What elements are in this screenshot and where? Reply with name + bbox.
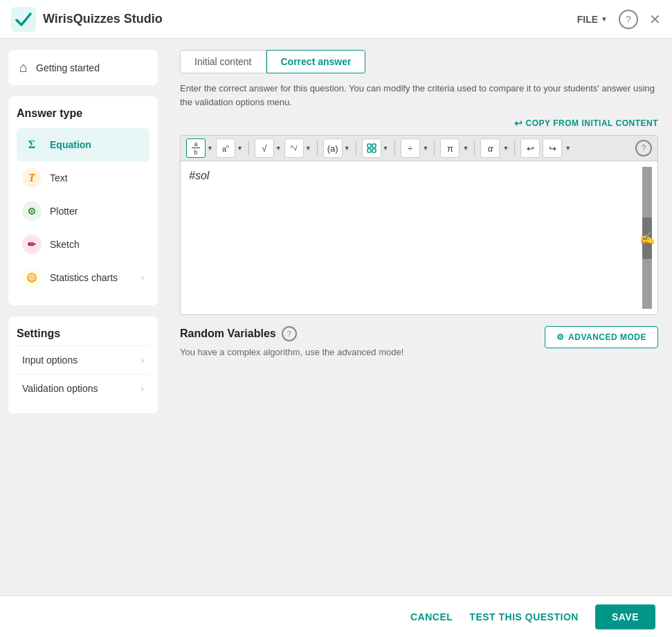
brackets-button[interactable]: (a) (323, 138, 343, 158)
separator-4 (394, 141, 395, 155)
brackets-group: (a) ▼ (323, 138, 350, 158)
pi-button[interactable]: π (440, 138, 460, 158)
settings-section: Settings Input options › Validation opti… (8, 316, 158, 413)
sidebar-item-equation[interactable]: Σ Equation (17, 128, 149, 161)
dropdown-arrow-5[interactable]: ▼ (344, 145, 350, 152)
sidebar-item-statistics-charts[interactable]: Statistics charts › (17, 261, 149, 294)
validation-options-item[interactable]: Validation options › (17, 374, 149, 402)
redo-button[interactable]: ↪ (543, 138, 562, 158)
sidebar-item-text[interactable]: T Text (17, 161, 149, 195)
math-scrollbar[interactable]: ✍ (642, 167, 652, 309)
superscript-button[interactable]: an (216, 138, 235, 158)
tab-initial-content-label: Initial content (194, 56, 252, 67)
svg-point-2 (31, 210, 33, 213)
chevron-right-icon: › (141, 273, 144, 282)
sketch-label: Sketch (50, 239, 80, 250)
tab-correct-answer[interactable]: Correct answer (266, 50, 366, 73)
file-menu-label: FILE (577, 14, 598, 25)
header-left: WirisQuizzes Studio (11, 7, 163, 32)
dropdown-arrow-4[interactable]: ▼ (305, 145, 311, 152)
logo-icon (11, 7, 36, 32)
plotter-icon (22, 201, 42, 221)
dropdown-arrow-1[interactable]: ▼ (207, 145, 213, 152)
dropdown-arrow-6[interactable]: ▼ (383, 145, 389, 152)
equation-icon: Σ (22, 135, 42, 154)
header-right: FILE ▼ ? ✕ (577, 10, 661, 29)
sqrt-group: √ ▼ (255, 138, 282, 158)
nthroot-group: n√ ▼ (284, 138, 311, 158)
sketch-icon: ✏ (22, 235, 42, 254)
rv-help-button[interactable]: ? (282, 326, 297, 341)
settings-title: Settings (17, 328, 149, 340)
tabs-bar: Initial content Correct answer (180, 50, 658, 73)
superscript-group: an ▼ (216, 138, 243, 158)
sidebar-item-sketch[interactable]: ✏ Sketch (17, 228, 149, 261)
equation-label: Equation (50, 139, 91, 150)
sqrt-button[interactable]: √ (255, 138, 274, 158)
nthroot-button[interactable]: n√ (284, 138, 304, 158)
answer-type-title: Answer type (17, 107, 149, 120)
header-help-button[interactable]: ? (619, 10, 638, 29)
test-question-button[interactable]: TEST THIS QUESTION (469, 611, 579, 622)
help-icon: ? (626, 14, 631, 25)
dropdown-arrow-3[interactable]: ▼ (275, 145, 282, 152)
separator-2 (317, 141, 318, 155)
advanced-mode-icon: ⚙ (556, 332, 565, 342)
math-input[interactable]: #sol (186, 167, 642, 309)
getting-started-item[interactable]: ⌂ Getting started (8, 50, 158, 85)
validation-options-label: Validation options (22, 383, 98, 394)
save-button[interactable]: SAVE (595, 604, 655, 629)
svg-rect-5 (372, 144, 376, 147)
getting-started-label: Getting started (36, 62, 100, 73)
rv-left: Random Variables ? You have a complex al… (180, 326, 403, 357)
sidebar: ⌂ Getting started Answer type Σ Equation… (0, 39, 166, 637)
stats-label: Statistics charts (50, 272, 118, 283)
fraction-group: ab ▼ (186, 138, 213, 158)
cancel-button[interactable]: CANCEL (410, 611, 453, 622)
svg-rect-0 (11, 7, 36, 32)
rv-description: You have a complex algorithm, use the ad… (180, 347, 403, 357)
footer: CANCEL TEST THIS QUESTION SAVE (0, 595, 672, 637)
dropdown-arrow-9[interactable]: ▼ (502, 145, 509, 152)
sidebar-item-plotter[interactable]: Plotter (17, 195, 149, 228)
matrix-button[interactable] (362, 138, 381, 158)
copy-link-label: COPY FROM INITIAL CONTENT (526, 118, 658, 128)
tab-initial-content[interactable]: Initial content (180, 50, 266, 73)
separator-5 (434, 141, 435, 155)
copy-link-button[interactable]: ↩ COPY FROM INITIAL CONTENT (514, 118, 658, 129)
input-options-label: Input options (22, 355, 78, 366)
header: WirisQuizzes Studio FILE ▼ ? ✕ (0, 0, 672, 39)
input-options-item[interactable]: Input options › (17, 346, 149, 374)
math-content-area: #sol ✍ (181, 161, 657, 314)
fraction-button[interactable]: ab (186, 138, 206, 158)
matrix-group: ▼ (362, 138, 389, 158)
stats-icon (22, 268, 42, 287)
toolbar-help-icon: ? (642, 143, 646, 153)
file-menu[interactable]: FILE ▼ (577, 14, 608, 25)
toolbar-help-button[interactable]: ? (635, 140, 652, 156)
dropdown-arrow-2[interactable]: ▼ (237, 145, 243, 152)
svg-rect-7 (372, 149, 376, 152)
input-options-arrow: › (140, 355, 144, 366)
dropdown-arrow-10[interactable]: ▼ (565, 145, 571, 152)
svg-rect-4 (367, 144, 371, 147)
answer-type-section: Answer type Σ Equation T Text Plotter ✏ (8, 96, 158, 305)
plotter-label: Plotter (50, 206, 78, 217)
chevron-down-icon: ▼ (601, 15, 608, 23)
close-button[interactable]: ✕ (649, 11, 661, 28)
copy-arrow-icon: ↩ (514, 118, 523, 129)
rv-help-icon: ? (287, 330, 291, 338)
tab-correct-answer-label: Correct answer (281, 56, 352, 67)
alpha-button[interactable]: α (480, 138, 500, 158)
dropdown-arrow-8[interactable]: ▼ (462, 145, 469, 152)
separator-7 (514, 141, 515, 155)
close-icon: ✕ (649, 12, 661, 27)
stats-left: Statistics charts (22, 268, 118, 287)
advanced-mode-button[interactable]: ⚙ ADVANCED MODE (545, 326, 658, 348)
dropdown-arrow-7[interactable]: ▼ (423, 145, 429, 152)
undo-button[interactable]: ↩ (520, 138, 540, 158)
advanced-mode-label: ADVANCED MODE (568, 332, 646, 342)
svg-rect-6 (367, 149, 371, 152)
division-button[interactable]: ÷ (401, 138, 420, 158)
rv-title: Random Variables (180, 328, 276, 340)
